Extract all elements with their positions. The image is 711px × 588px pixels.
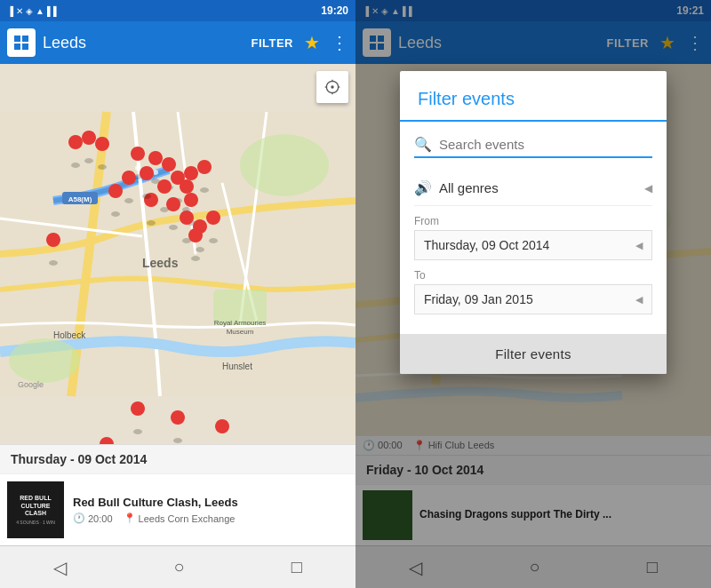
from-label: From bbox=[414, 215, 652, 227]
event-info: Red Bull Culture Clash, Leeds 🕐 20:00 📍 … bbox=[73, 496, 348, 524]
left-home-button[interactable]: ○ bbox=[173, 557, 184, 577]
signal-bars-icon: ▌▌ bbox=[47, 6, 60, 16]
location-icon: ◈ bbox=[26, 6, 33, 16]
svg-text:A58(M): A58(M) bbox=[68, 195, 92, 203]
svg-point-23 bbox=[200, 187, 209, 193]
to-date-value: Friday, 09 Jan 2015 bbox=[424, 292, 533, 306]
svg-point-25 bbox=[169, 225, 178, 230]
search-events-input[interactable] bbox=[439, 137, 652, 152]
from-date-value: Thursday, 09 Oct 2014 bbox=[424, 238, 549, 252]
dialog-overlay: Filter events 🔍 🔊 All genres ◀ F bbox=[356, 0, 711, 588]
filter-dialog: Filter events 🔍 🔊 All genres ◀ F bbox=[400, 71, 667, 374]
event-venue: 📍 Leeds Corn Exchange bbox=[124, 513, 236, 524]
svg-point-30 bbox=[124, 198, 133, 203]
from-date-arrow-icon: ◀ bbox=[635, 240, 643, 251]
svg-text:Leeds: Leeds bbox=[142, 256, 179, 270]
svg-point-43 bbox=[133, 429, 142, 434]
filter-events-button[interactable]: Filter events bbox=[400, 334, 667, 374]
svg-point-29 bbox=[142, 194, 151, 199]
svg-point-34 bbox=[209, 238, 218, 243]
svg-point-35 bbox=[191, 256, 200, 261]
dialog-search-icon: 🔍 bbox=[414, 136, 432, 153]
svg-point-27 bbox=[160, 207, 169, 212]
event-title: Red Bull Culture Clash, Leeds bbox=[73, 496, 348, 509]
left-event-item[interactable]: RED BULL CULTURE CLASH 4 SOUNDS · 1 WIN … bbox=[0, 473, 356, 545]
left-map[interactable]: A58(M) Leeds Hunslet Holbeck Royal Armou… bbox=[0, 64, 356, 444]
event-venue-value: Leeds Corn Exchange bbox=[139, 513, 236, 524]
svg-rect-3 bbox=[22, 44, 28, 50]
svg-text:Holbeck: Holbeck bbox=[53, 330, 86, 340]
dialog-title: Filter events bbox=[400, 71, 667, 122]
to-label: To bbox=[414, 269, 652, 282]
left-status-bar: ▐ ✕ ◈ ▲ ▌▌ 19:20 bbox=[0, 0, 356, 21]
left-status-icons: ▐ ✕ ◈ ▲ ▌▌ bbox=[7, 6, 60, 16]
left-screen: ▐ ✕ ◈ ▲ ▌▌ 19:20 Leeds FILTER ★ ⋮ bbox=[0, 0, 356, 588]
left-recents-button[interactable]: □ bbox=[292, 557, 302, 577]
speaker-icon: 🔊 bbox=[414, 179, 432, 196]
left-app-bar: Leeds FILTER ★ ⋮ bbox=[0, 21, 356, 64]
thumb-text2: CULTURE bbox=[21, 503, 51, 510]
genre-arrow-icon: ◀ bbox=[644, 182, 652, 195]
left-nav-bar: ◁ ○ □ bbox=[0, 545, 356, 588]
thumb-sub: 4 SOUNDS · 1 WIN bbox=[16, 520, 55, 525]
thumb-text1: RED BULL bbox=[20, 495, 51, 502]
svg-point-31 bbox=[111, 211, 120, 217]
location-pin-icon: 📍 bbox=[124, 513, 136, 524]
genre-row[interactable]: 🔊 All genres ◀ bbox=[414, 171, 652, 206]
svg-point-8 bbox=[9, 338, 80, 383]
svg-point-33 bbox=[196, 247, 204, 252]
from-date-row[interactable]: Thursday, 09 Oct 2014 ◀ bbox=[414, 230, 652, 260]
signal-icon: ▐ bbox=[7, 6, 13, 16]
search-row: 🔍 bbox=[414, 132, 652, 158]
svg-rect-1 bbox=[22, 36, 28, 42]
svg-rect-0 bbox=[14, 36, 20, 42]
svg-text:Hunslet: Hunslet bbox=[222, 362, 252, 371]
svg-point-39 bbox=[49, 260, 58, 266]
svg-rect-2 bbox=[14, 44, 20, 50]
svg-point-37 bbox=[84, 158, 93, 163]
genre-label: All genres bbox=[439, 180, 499, 195]
thumb-text3: CLASH bbox=[25, 510, 46, 517]
left-bottom-section: Thursday - 09 Oct 2014 RED BULL CULTURE … bbox=[0, 444, 356, 545]
wifi-icon: ▲ bbox=[36, 6, 44, 16]
event-time: 🕐 20:00 bbox=[73, 513, 113, 524]
svg-point-41 bbox=[173, 438, 182, 443]
left-more-button[interactable]: ⋮ bbox=[331, 32, 348, 53]
event-thumbnail: RED BULL CULTURE CLASH 4 SOUNDS · 1 WIN bbox=[7, 481, 64, 538]
event-time-value: 20:00 bbox=[88, 513, 113, 524]
svg-text:Museum: Museum bbox=[227, 328, 254, 336]
svg-point-7 bbox=[240, 134, 329, 196]
mute-icon: ✕ bbox=[16, 6, 23, 16]
location-button[interactable] bbox=[316, 71, 348, 103]
svg-point-45 bbox=[331, 85, 333, 88]
svg-point-28 bbox=[147, 220, 156, 226]
to-date-row[interactable]: Friday, 09 Jan 2015 ◀ bbox=[414, 284, 652, 314]
event-meta: 🕐 20:00 📍 Leeds Corn Exchange bbox=[73, 513, 348, 524]
svg-point-36 bbox=[71, 163, 80, 168]
right-screen: ▐ ✕ ◈ ▲ ▌▌ 19:21 Leeds FILTER ★ ⋮ bbox=[356, 0, 711, 588]
app-logo bbox=[7, 28, 36, 57]
svg-text:Google: Google bbox=[18, 380, 44, 389]
svg-point-17 bbox=[135, 165, 140, 171]
left-back-button[interactable]: ◁ bbox=[53, 557, 67, 578]
to-date-arrow-icon: ◀ bbox=[635, 294, 643, 306]
genre-left: 🔊 All genres bbox=[414, 179, 499, 196]
left-date-header: Thursday - 09 Oct 2014 bbox=[0, 444, 356, 473]
left-filter-button[interactable]: FILTER bbox=[251, 36, 293, 50]
left-time: 19:20 bbox=[321, 4, 348, 17]
left-star-button[interactable]: ★ bbox=[304, 32, 320, 53]
dialog-body: 🔍 🔊 All genres ◀ From Thursday, 09 Oct 2… bbox=[400, 122, 667, 334]
svg-point-38 bbox=[98, 164, 107, 170]
svg-text:Royal Armouries: Royal Armouries bbox=[214, 319, 267, 327]
clock-icon: 🕐 bbox=[73, 513, 85, 524]
left-app-title: Leeds bbox=[43, 34, 251, 52]
